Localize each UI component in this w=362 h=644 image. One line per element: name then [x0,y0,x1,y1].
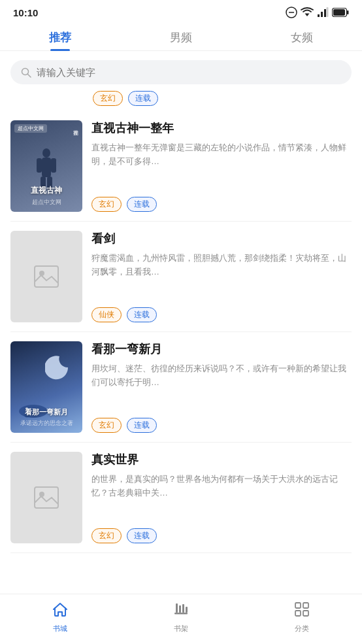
book-item-3[interactable]: 看那一弯新月 承诺远方的思念之著 看那一弯新月 用坎坷、迷茫、彷徨的经历来诉说吗… [10,332,352,443]
svg-line-11 [28,74,31,77]
svg-rect-30 [303,603,308,608]
tag-lianzai-3: 连载 [127,418,157,433]
svg-rect-22 [35,487,58,508]
book-cover-4 [10,452,82,543]
book-title-1: 直视古神一整年 [91,120,352,136]
svg-rect-4 [321,12,323,17]
tab-nüpin[interactable]: 女频 [278,27,326,48]
svg-rect-8 [333,9,345,16]
search-bar[interactable] [10,60,352,84]
top-tag-xuanhuan: 玄幻 [93,91,123,106]
tab-nanpin[interactable]: 男频 [157,27,205,48]
book-info-4: 真实世界 的世界，是真实的吗？世界各地为何都有一场关于大洪水的远古记忆？古老典籍… [91,452,352,543]
signal-icon [286,7,297,18]
book-desc-3: 用坎坷、迷茫、彷徨的经历来诉说吗？不，或许有一种新的希望让我们可以寄托于明… [91,362,352,411]
book-desc-2: 狩魔需渴血，九州恃风雷，照胆撼八荒，那剑绕指柔！灾劫将至，山河飘零，且看我… [91,252,352,301]
book-tags-2: 仙侠 连载 [91,307,352,322]
battery-icon [332,8,349,17]
top-tag-lianzai: 连载 [128,91,158,106]
book-desc-1: 直视古神一整年无弹窗是三藏的左轮的小说作品，情节紧湊，人物鲜明，是不可多得… [91,141,352,190]
tab-tuijian[interactable]: 推荐 [36,27,84,48]
svg-rect-27 [182,604,184,613]
book-item-2[interactable]: 看剑 狩魔需渴血，九州恃风雷，照胆撼八荒，那剑绕指柔！灾劫将至，山河飘零，且看我… [10,222,352,332]
tag-xuanhuan-3: 玄幻 [91,418,122,433]
status-bar: 10:10 [0,0,362,22]
image-placeholder-icon [33,265,59,288]
banner-tags: 玄幻 连载 [93,91,352,106]
svg-marker-2 [305,14,310,17]
nav-label-fenlei: 分类 [295,624,309,634]
wifi-icon [301,7,314,18]
svg-rect-29 [295,603,301,608]
tab-bar: 推荐 男频 女频 [0,22,362,51]
book-cover-1: 超点中文网 直视古神 直视古神 超点中文网 [10,120,82,212]
home-icon [52,601,69,622]
placeholder-icon-4 [10,452,82,543]
image-placeholder-icon-2 [33,486,59,509]
svg-rect-31 [295,611,301,616]
svg-rect-28 [186,607,188,613]
tag-lianzai-2: 连载 [127,307,157,322]
book-cover-2 [10,231,82,322]
book-title-3: 看那一弯新月 [91,341,352,357]
nav-item-fenlei[interactable]: 分类 [279,601,325,634]
svg-rect-26 [179,605,181,613]
book-desc-4: 的世界，是真实的吗？世界各地为何都有一场关于大洪水的远古记忆？古老典籍中关… [91,473,352,522]
bookshelf-icon [173,601,189,622]
search-input[interactable] [37,67,341,78]
bottom-nav: 书城 书架 分类 [0,594,362,644]
svg-rect-18 [35,266,58,287]
book-title-2: 看剑 [91,231,352,246]
book-tags-3: 玄幻 连载 [91,418,352,433]
svg-rect-24 [174,613,188,615]
book-tags-1: 玄幻 连载 [91,197,352,212]
book-list: 玄幻 连载 超点中文网 直视古神 直视古神 超点中文网 [0,91,362,553]
nav-label-shujia: 书架 [174,624,188,634]
book-info-1: 直视古神一整年 直视古神一整年无弹窗是三藏的左轮的小说作品，情节紧湊，人物鲜明，… [91,120,352,212]
svg-rect-9 [347,10,349,14]
nav-item-shujia[interactable]: 书架 [158,601,204,634]
tag-xuanhuan-1: 玄幻 [91,197,122,212]
tag-xianxia-2: 仙侠 [91,307,122,322]
nav-label-shucheng: 书城 [53,624,67,634]
book-title-4: 真实世界 [91,452,352,467]
book-item[interactable]: 超点中文网 直视古神 直视古神 超点中文网 直视古神一整年 直 [10,111,352,222]
status-time: 10:10 [13,7,38,18]
book-info-3: 看那一弯新月 用坎坷、迷茫、彷徨的经历来诉说吗？不，或许有一种新的希望让我们可以… [91,341,352,433]
status-icons [286,7,349,18]
svg-rect-32 [303,611,308,616]
tag-lianzai-1: 连载 [127,197,157,212]
scroll-area: 玄幻 连载 超点中文网 直视古神 直视古神 超点中文网 [0,91,362,605]
search-icon [21,67,31,78]
nav-item-shucheng[interactable]: 书城 [37,601,83,634]
placeholder-icon-2 [10,231,82,322]
svg-rect-6 [327,7,329,17]
book-item-4[interactable]: 真实世界 的世界，是真实的吗？世界各地为何都有一场关于大洪水的远古记忆？古老典籍… [10,443,352,553]
svg-rect-25 [176,603,178,613]
svg-rect-3 [318,14,320,17]
cellular-icon [317,7,329,18]
tag-xuanhuan-4: 玄幻 [91,528,122,543]
grid-icon [293,601,310,622]
book-info-2: 看剑 狩魔需渴血，九州恃风雷，照胆撼八荒，那剑绕指柔！灾劫将至，山河飘零，且看我… [91,231,352,322]
svg-rect-5 [324,9,326,17]
tag-lianzai-4: 连载 [127,528,157,543]
book-cover-3: 看那一弯新月 承诺远方的思念之著 [10,341,82,433]
book-tags-4: 玄幻 连载 [91,528,352,543]
